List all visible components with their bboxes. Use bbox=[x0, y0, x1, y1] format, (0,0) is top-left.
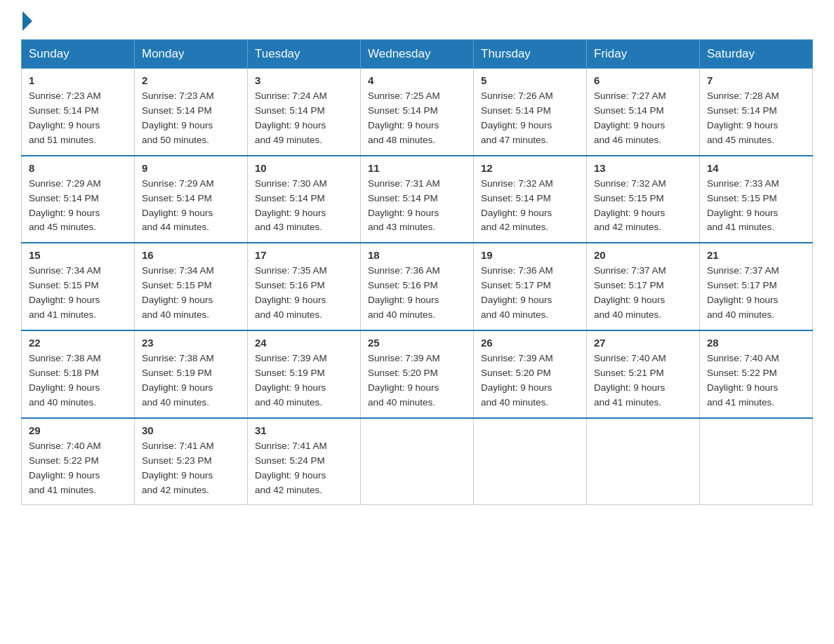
day-info: Sunrise: 7:37 AMSunset: 5:17 PMDaylight:… bbox=[594, 264, 692, 323]
logo-triangle-icon bbox=[22, 11, 32, 31]
logo bbox=[21, 14, 32, 28]
calendar-cell: 3Sunrise: 7:24 AMSunset: 5:14 PMDaylight… bbox=[248, 69, 361, 156]
day-number: 12 bbox=[481, 162, 579, 174]
day-number: 15 bbox=[29, 249, 127, 261]
day-info: Sunrise: 7:29 AMSunset: 5:14 PMDaylight:… bbox=[29, 177, 127, 236]
day-info: Sunrise: 7:32 AMSunset: 5:15 PMDaylight:… bbox=[594, 177, 692, 236]
calendar-cell bbox=[587, 418, 700, 505]
day-info: Sunrise: 7:30 AMSunset: 5:14 PMDaylight:… bbox=[255, 177, 353, 236]
weekday-header-monday: Monday bbox=[135, 40, 248, 69]
day-info: Sunrise: 7:36 AMSunset: 5:17 PMDaylight:… bbox=[481, 264, 579, 323]
day-info: Sunrise: 7:23 AMSunset: 5:14 PMDaylight:… bbox=[142, 89, 240, 148]
day-info: Sunrise: 7:27 AMSunset: 5:14 PMDaylight:… bbox=[594, 89, 692, 148]
day-number: 16 bbox=[142, 249, 240, 261]
calendar-cell: 1Sunrise: 7:23 AMSunset: 5:14 PMDaylight… bbox=[22, 69, 135, 156]
day-number: 3 bbox=[255, 74, 353, 86]
day-number: 28 bbox=[707, 337, 805, 349]
calendar-cell: 26Sunrise: 7:39 AMSunset: 5:20 PMDayligh… bbox=[474, 330, 587, 418]
day-number: 6 bbox=[594, 74, 692, 86]
day-number: 4 bbox=[368, 74, 466, 86]
calendar-cell bbox=[361, 418, 474, 505]
calendar-cell: 31Sunrise: 7:41 AMSunset: 5:24 PMDayligh… bbox=[248, 418, 361, 505]
day-number: 23 bbox=[142, 337, 240, 349]
calendar-cell: 10Sunrise: 7:30 AMSunset: 5:14 PMDayligh… bbox=[248, 156, 361, 243]
day-info: Sunrise: 7:37 AMSunset: 5:17 PMDaylight:… bbox=[707, 264, 805, 323]
day-number: 24 bbox=[255, 337, 353, 349]
day-number: 19 bbox=[481, 249, 579, 261]
weekday-header-saturday: Saturday bbox=[700, 40, 813, 69]
day-info: Sunrise: 7:29 AMSunset: 5:14 PMDaylight:… bbox=[142, 177, 240, 236]
calendar-cell: 6Sunrise: 7:27 AMSunset: 5:14 PMDaylight… bbox=[587, 69, 700, 156]
weekday-header-thursday: Thursday bbox=[474, 40, 587, 69]
day-number: 9 bbox=[142, 162, 240, 174]
calendar-cell: 17Sunrise: 7:35 AMSunset: 5:16 PMDayligh… bbox=[248, 243, 361, 330]
calendar-cell bbox=[700, 418, 813, 505]
calendar-cell: 30Sunrise: 7:41 AMSunset: 5:23 PMDayligh… bbox=[135, 418, 248, 505]
calendar-cell: 27Sunrise: 7:40 AMSunset: 5:21 PMDayligh… bbox=[587, 330, 700, 418]
calendar-cell bbox=[474, 418, 587, 505]
page-header bbox=[21, 14, 813, 28]
day-info: Sunrise: 7:34 AMSunset: 5:15 PMDaylight:… bbox=[142, 264, 240, 323]
day-number: 20 bbox=[594, 249, 692, 261]
calendar-cell: 14Sunrise: 7:33 AMSunset: 5:15 PMDayligh… bbox=[700, 156, 813, 243]
calendar-cell: 8Sunrise: 7:29 AMSunset: 5:14 PMDaylight… bbox=[22, 156, 135, 243]
calendar-cell: 4Sunrise: 7:25 AMSunset: 5:14 PMDaylight… bbox=[361, 69, 474, 156]
calendar-week-row: 1Sunrise: 7:23 AMSunset: 5:14 PMDaylight… bbox=[22, 69, 813, 156]
day-info: Sunrise: 7:39 AMSunset: 5:19 PMDaylight:… bbox=[255, 351, 353, 410]
calendar-cell: 9Sunrise: 7:29 AMSunset: 5:14 PMDaylight… bbox=[135, 156, 248, 243]
day-info: Sunrise: 7:40 AMSunset: 5:22 PMDaylight:… bbox=[29, 439, 127, 498]
day-info: Sunrise: 7:25 AMSunset: 5:14 PMDaylight:… bbox=[368, 89, 466, 148]
day-info: Sunrise: 7:33 AMSunset: 5:15 PMDaylight:… bbox=[707, 177, 805, 236]
calendar-cell: 28Sunrise: 7:40 AMSunset: 5:22 PMDayligh… bbox=[700, 330, 813, 418]
day-number: 13 bbox=[594, 162, 692, 174]
calendar-cell: 2Sunrise: 7:23 AMSunset: 5:14 PMDaylight… bbox=[135, 69, 248, 156]
calendar-cell: 12Sunrise: 7:32 AMSunset: 5:14 PMDayligh… bbox=[474, 156, 587, 243]
day-number: 21 bbox=[707, 249, 805, 261]
day-number: 17 bbox=[255, 249, 353, 261]
day-number: 25 bbox=[368, 337, 466, 349]
day-info: Sunrise: 7:31 AMSunset: 5:14 PMDaylight:… bbox=[368, 177, 466, 236]
day-info: Sunrise: 7:39 AMSunset: 5:20 PMDaylight:… bbox=[368, 351, 466, 410]
day-info: Sunrise: 7:23 AMSunset: 5:14 PMDaylight:… bbox=[29, 89, 127, 148]
day-number: 5 bbox=[481, 74, 579, 86]
day-number: 22 bbox=[29, 337, 127, 349]
day-number: 2 bbox=[142, 74, 240, 86]
calendar-week-row: 15Sunrise: 7:34 AMSunset: 5:15 PMDayligh… bbox=[22, 243, 813, 330]
day-number: 14 bbox=[707, 162, 805, 174]
calendar-cell: 23Sunrise: 7:38 AMSunset: 5:19 PMDayligh… bbox=[135, 330, 248, 418]
day-info: Sunrise: 7:26 AMSunset: 5:14 PMDaylight:… bbox=[481, 89, 579, 148]
calendar-cell: 19Sunrise: 7:36 AMSunset: 5:17 PMDayligh… bbox=[474, 243, 587, 330]
day-info: Sunrise: 7:41 AMSunset: 5:23 PMDaylight:… bbox=[142, 439, 240, 498]
calendar-week-row: 29Sunrise: 7:40 AMSunset: 5:22 PMDayligh… bbox=[22, 418, 813, 505]
day-number: 31 bbox=[255, 424, 353, 436]
calendar-cell: 16Sunrise: 7:34 AMSunset: 5:15 PMDayligh… bbox=[135, 243, 248, 330]
day-info: Sunrise: 7:35 AMSunset: 5:16 PMDaylight:… bbox=[255, 264, 353, 323]
weekday-header-sunday: Sunday bbox=[22, 40, 135, 69]
calendar-week-row: 8Sunrise: 7:29 AMSunset: 5:14 PMDaylight… bbox=[22, 156, 813, 243]
weekday-header-wednesday: Wednesday bbox=[361, 40, 474, 69]
day-info: Sunrise: 7:38 AMSunset: 5:19 PMDaylight:… bbox=[142, 351, 240, 410]
day-number: 10 bbox=[255, 162, 353, 174]
day-number: 29 bbox=[29, 424, 127, 436]
day-info: Sunrise: 7:24 AMSunset: 5:14 PMDaylight:… bbox=[255, 89, 353, 148]
calendar-cell: 25Sunrise: 7:39 AMSunset: 5:20 PMDayligh… bbox=[361, 330, 474, 418]
calendar-cell: 24Sunrise: 7:39 AMSunset: 5:19 PMDayligh… bbox=[248, 330, 361, 418]
weekday-header-row: SundayMondayTuesdayWednesdayThursdayFrid… bbox=[22, 40, 813, 69]
calendar-cell: 21Sunrise: 7:37 AMSunset: 5:17 PMDayligh… bbox=[700, 243, 813, 330]
day-number: 1 bbox=[29, 74, 127, 86]
weekday-header-tuesday: Tuesday bbox=[248, 40, 361, 69]
day-number: 30 bbox=[142, 424, 240, 436]
day-number: 18 bbox=[368, 249, 466, 261]
day-number: 27 bbox=[594, 337, 692, 349]
day-number: 26 bbox=[481, 337, 579, 349]
day-info: Sunrise: 7:38 AMSunset: 5:18 PMDaylight:… bbox=[29, 351, 127, 410]
weekday-header-friday: Friday bbox=[587, 40, 700, 69]
day-number: 11 bbox=[368, 162, 466, 174]
day-number: 7 bbox=[707, 74, 805, 86]
calendar-cell: 20Sunrise: 7:37 AMSunset: 5:17 PMDayligh… bbox=[587, 243, 700, 330]
calendar-cell: 5Sunrise: 7:26 AMSunset: 5:14 PMDaylight… bbox=[474, 69, 587, 156]
day-info: Sunrise: 7:32 AMSunset: 5:14 PMDaylight:… bbox=[481, 177, 579, 236]
calendar-cell: 13Sunrise: 7:32 AMSunset: 5:15 PMDayligh… bbox=[587, 156, 700, 243]
day-number: 8 bbox=[29, 162, 127, 174]
day-info: Sunrise: 7:41 AMSunset: 5:24 PMDaylight:… bbox=[255, 439, 353, 498]
